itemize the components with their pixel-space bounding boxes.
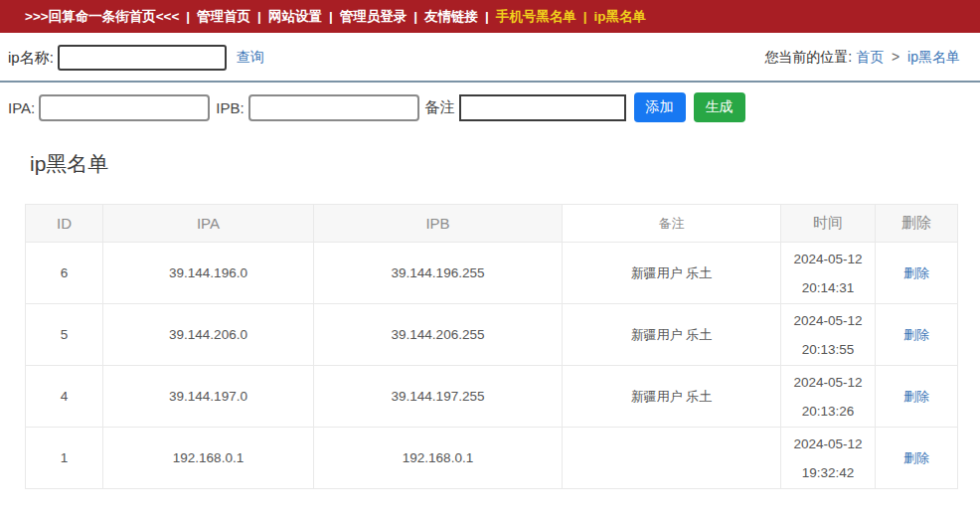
cell-ipb: 192.168.0.1 [314, 428, 563, 489]
ipa-label: IPA: [8, 99, 35, 116]
header-id: ID [26, 205, 103, 243]
ipa-input[interactable] [39, 94, 210, 121]
cell-note: 新疆用户 乐土 [563, 366, 781, 428]
breadcrumb-current-link[interactable]: ip黑名单 [907, 49, 960, 65]
query-button[interactable]: 查询 [237, 49, 264, 67]
search-breadcrumb-row: ip名称: 查询 您当前的位置: 首页 > ip黑名单 [0, 33, 980, 83]
generate-button[interactable]: 生成 [694, 92, 745, 122]
delete-link[interactable]: 删除 [903, 389, 929, 404]
header-ipa: IPA [103, 205, 314, 243]
cell-id: 6 [26, 243, 103, 304]
ipb-label: IPB: [216, 99, 244, 116]
breadcrumb-prefix: 您当前的位置: [764, 49, 852, 65]
header-time: 时间 [781, 205, 876, 243]
nav-separator: | [257, 9, 261, 24]
cell-ipa: 39.144.206.0 [103, 304, 314, 366]
ipb-input[interactable] [248, 94, 419, 121]
cell-date-line: 2024-05-12 [782, 245, 874, 273]
nav-site-settings-link[interactable]: 网站设置 [268, 8, 322, 26]
cell-ipb: 39.144.196.255 [314, 243, 563, 304]
top-nav-bar: >>>回算命一条街首页<<< | 管理首页 | 网站设置 | 管理员登录 | 友… [0, 0, 980, 33]
ip-name-input[interactable] [58, 45, 227, 71]
cell-ipb: 39.144.197.255 [314, 366, 563, 428]
cell-time-line: 20:13:55 [782, 335, 874, 364]
page-title: ip黑名单 [30, 150, 980, 178]
cell-id: 5 [26, 304, 103, 366]
cell-ipb: 39.144.206.255 [314, 304, 563, 366]
cell-time: 2024-05-12 20:13:26 [781, 366, 876, 428]
nav-home-link[interactable]: >>>回算命一条街首页<<< [25, 8, 179, 26]
nav-separator: | [186, 9, 190, 24]
delete-link[interactable]: 删除 [903, 265, 929, 280]
nav-admin-home-link[interactable]: 管理首页 [197, 8, 250, 26]
cell-date-line: 2024-05-12 [782, 306, 874, 335]
cell-delete: 删除 [876, 243, 958, 304]
note-label: 备注 [425, 98, 455, 117]
ip-blacklist-table: ID IPA IPB 备注 时间 删除 6 39.144.196.0 39.14… [25, 204, 958, 489]
ip-name-label: ip名称: [8, 49, 54, 68]
cell-time: 2024-05-12 20:14:31 [781, 243, 876, 304]
breadcrumb: 您当前的位置: 首页 > ip黑名单 [764, 49, 960, 67]
table-header-row: ID IPA IPB 备注 时间 删除 [26, 205, 958, 243]
cell-delete: 删除 [876, 428, 958, 489]
table-row: 1 192.168.0.1 192.168.0.1 2024-05-12 19:… [26, 428, 958, 489]
table-row: 5 39.144.206.0 39.144.206.255 新疆用户 乐土 20… [26, 304, 958, 366]
cell-ipa: 39.144.197.0 [103, 366, 314, 428]
delete-link[interactable]: 删除 [903, 327, 929, 342]
delete-link[interactable]: 删除 [903, 450, 929, 465]
breadcrumb-home-link[interactable]: 首页 [856, 49, 884, 65]
cell-time: 2024-05-12 20:13:55 [781, 304, 876, 366]
cell-id: 1 [26, 428, 103, 489]
note-input[interactable] [459, 94, 626, 121]
nav-separator: | [329, 9, 333, 24]
table-row: 4 39.144.197.0 39.144.197.255 新疆用户 乐土 20… [26, 366, 958, 428]
nav-separator: | [413, 9, 417, 24]
cell-note: 新疆用户 乐土 [563, 304, 781, 366]
nav-separator: | [485, 9, 489, 24]
cell-time-line: 20:13:26 [782, 397, 874, 426]
cell-ipa: 192.168.0.1 [103, 428, 314, 489]
nav-friend-links-link[interactable]: 友情链接 [424, 8, 478, 26]
nav-phone-blacklist-link[interactable]: 手机号黑名单 [496, 8, 576, 26]
cell-delete: 删除 [876, 366, 958, 428]
cell-date-line: 2024-05-12 [782, 368, 874, 397]
nav-ip-blacklist-link[interactable]: ip黑名单 [594, 8, 647, 26]
header-ipb: IPB [314, 205, 563, 243]
cell-id: 4 [26, 366, 103, 428]
nav-separator: | [583, 9, 587, 24]
header-delete: 删除 [876, 205, 958, 243]
breadcrumb-separator: > [892, 49, 899, 65]
add-button[interactable]: 添加 [634, 92, 686, 122]
header-note: 备注 [563, 205, 781, 243]
cell-time-line: 19:32:42 [782, 458, 874, 487]
ip-add-form: IPA: IPB: 备注 添加 生成 [0, 83, 980, 128]
cell-date-line: 2024-05-12 [782, 430, 874, 458]
cell-note: 新疆用户 乐土 [563, 243, 781, 304]
table-row: 6 39.144.196.0 39.144.196.255 新疆用户 乐土 20… [26, 243, 958, 304]
cell-delete: 删除 [876, 304, 958, 366]
cell-time-line: 20:14:31 [782, 273, 874, 302]
cell-note [563, 428, 781, 489]
cell-time: 2024-05-12 19:32:42 [781, 428, 876, 489]
nav-admin-login-link[interactable]: 管理员登录 [340, 8, 408, 26]
cell-ipa: 39.144.196.0 [103, 243, 314, 304]
